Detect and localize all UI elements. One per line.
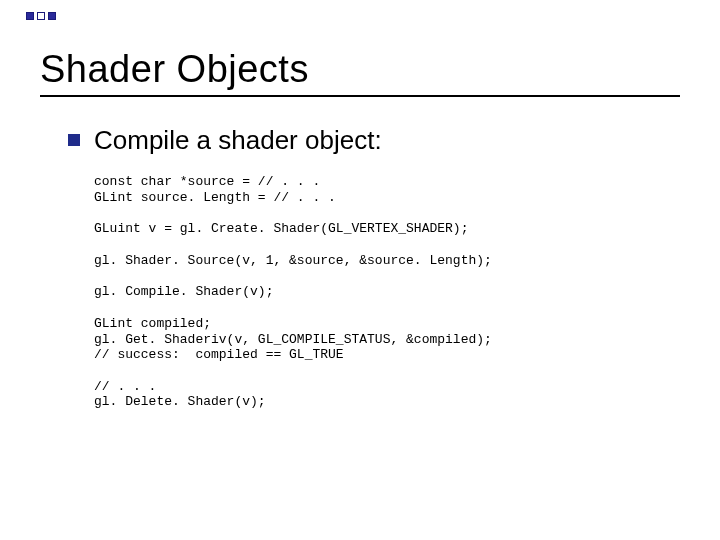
- square-icon: [37, 12, 45, 20]
- code-area: const char *source = // . . . GLint sour…: [68, 174, 680, 410]
- code-block: GLint compiled; gl. Get. Shaderiv(v, GL_…: [94, 316, 680, 363]
- square-icon: [48, 12, 56, 20]
- bullet-icon: [68, 134, 80, 146]
- code-block: GLuint v = gl. Create. Shader(GL_VERTEX_…: [94, 221, 680, 237]
- code-block: gl. Compile. Shader(v);: [94, 284, 680, 300]
- bullet-text: Compile a shader object:: [94, 125, 382, 156]
- slide: Shader Objects Compile a shader object: …: [0, 0, 720, 540]
- title-rule: [40, 95, 680, 97]
- corner-decoration: [26, 12, 56, 20]
- square-icon: [26, 12, 34, 20]
- bullet-item: Compile a shader object:: [68, 125, 680, 156]
- code-block: const char *source = // . . . GLint sour…: [94, 174, 680, 205]
- slide-body: Compile a shader object: const char *sou…: [40, 125, 680, 410]
- slide-title: Shader Objects: [40, 48, 680, 91]
- code-block: gl. Shader. Source(v, 1, &source, &sourc…: [94, 253, 680, 269]
- code-block: // . . . gl. Delete. Shader(v);: [94, 379, 680, 410]
